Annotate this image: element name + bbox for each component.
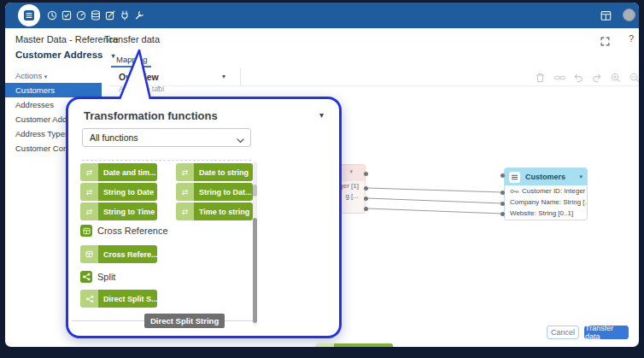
- popup-callout-pointer: [116, 45, 159, 99]
- transformation-functions-popup: Transformation functions ▾ All functions…: [66, 97, 342, 338]
- fn-button-date-to-string[interactable]: ⇄Date to string: [176, 163, 253, 181]
- customers-node-row[interactable]: Customer ID: Integer [1]: [505, 185, 587, 197]
- collapse-caret-icon[interactable]: ▾: [319, 110, 324, 120]
- chevron-down-icon[interactable]: ▾: [579, 173, 583, 180]
- fn-button-string-to-datetime[interactable]: ⇄String to Dat...: [176, 183, 253, 201]
- swap-icon: ⇄: [176, 183, 194, 201]
- customers-node-row[interactable]: Company Name: String [...: [505, 197, 587, 208]
- connector-dot[interactable]: [364, 186, 368, 191]
- split-icon: [80, 290, 98, 308]
- swap-icon: ⇄: [176, 163, 194, 181]
- table-icon: [509, 172, 520, 183]
- fn-button-cross-reference[interactable]: Cross Refere...: [80, 245, 157, 263]
- field-label: Website: String [0..1]: [510, 209, 573, 217]
- customers-node-row[interactable]: Website: String [0..1]: [505, 208, 587, 219]
- section-label: Cross Reference: [97, 226, 168, 236]
- popup-title: Transformation functions: [84, 109, 218, 122]
- customers-table-node[interactable]: Customers ▾ Customer ID: Integer [1] Com…: [504, 167, 588, 220]
- section-cross-reference: Cross Reference: [80, 225, 168, 237]
- fn-button-string-to-time[interactable]: ⇄String to Time: [80, 202, 157, 220]
- split-icon: [316, 343, 334, 347]
- function-filter-value: All functions: [90, 132, 138, 143]
- fn-button-string-to-date[interactable]: ⇄String to Date: [80, 183, 157, 201]
- split-icon: [80, 271, 92, 283]
- customers-node-header[interactable]: Customers ▾: [505, 168, 587, 185]
- field-label: Customer ID: Integer [1]: [522, 187, 587, 195]
- popup-scrollbar-grip[interactable]: [253, 185, 257, 197]
- section-split: Split: [80, 271, 115, 283]
- section-label: Split: [97, 272, 115, 282]
- fn-button-date-and-time[interactable]: ⇄Date and tim...: [80, 163, 157, 181]
- chevron-down-icon[interactable]: ▾: [349, 168, 353, 175]
- fn-button-time-to-string[interactable]: ⇄Time to string: [176, 202, 253, 220]
- swap-icon: ⇄: [176, 202, 194, 220]
- fn-button-direct-split-string[interactable]: Direct Split S...: [80, 290, 157, 308]
- chevron-down-icon: [237, 135, 244, 145]
- dashed-divider: [82, 160, 251, 161]
- function-filter-select[interactable]: All functions: [82, 128, 251, 147]
- connector-dot[interactable]: [364, 207, 368, 211]
- field-label: Company Name: String [...: [510, 198, 587, 206]
- app-window: Master Data - Reference Transfer data ? …: [5, 3, 639, 347]
- connector-dot[interactable]: [364, 172, 368, 176]
- customers-node-title: Customers: [525, 173, 565, 181]
- swap-icon: ⇄: [80, 183, 98, 201]
- connector-dot[interactable]: [501, 191, 505, 195]
- connector-dot[interactable]: [501, 173, 505, 178]
- popup-scrollbar-thumb[interactable]: [253, 218, 257, 323]
- dragged-direct-split-string-button[interactable]: Direct Split S...: [316, 343, 393, 347]
- cross-reference-icon: [80, 245, 98, 263]
- connector-dot[interactable]: [501, 202, 505, 206]
- tooltip: Direct Split String: [144, 314, 225, 328]
- key-icon: [510, 188, 519, 195]
- swap-icon: ⇄: [80, 163, 98, 181]
- swap-icon: ⇄: [80, 202, 98, 220]
- cross-reference-icon: [80, 225, 92, 237]
- connector-dot[interactable]: [364, 197, 368, 201]
- connector-dot[interactable]: [501, 212, 505, 216]
